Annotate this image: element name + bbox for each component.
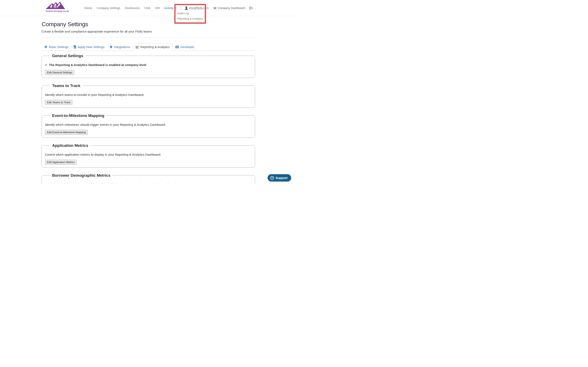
- nav-item-voa[interactable]: VOA: [142, 6, 153, 10]
- nav-item-voi[interactable]: VOI: [153, 6, 162, 10]
- tab-integrations[interactable]: Integrations: [107, 43, 133, 50]
- gear-icon: [44, 45, 47, 49]
- nav-menu: Home Company Settings Disclosures VOA VO…: [82, 0, 255, 16]
- nav-item-company-settings[interactable]: Company Settings: [94, 6, 122, 10]
- edit-application-metrics-button[interactable]: Edit Application Metrics: [45, 159, 77, 165]
- section-description: Control which application metrics to dis…: [45, 152, 252, 157]
- chevron-down-icon: [175, 8, 177, 8]
- section-event-to-milestone-mapping: Event-to-Milestone Mapping Identify whic…: [42, 116, 255, 138]
- section-title: Application Metrics: [50, 143, 90, 148]
- section-teams-to-track: Teams to Track Identify which teams to i…: [42, 86, 255, 108]
- edit-event-to-milestone-mapping-button[interactable]: Edit Event-to-Milestone Mapping: [45, 130, 88, 135]
- activity-dropdown-menu: Audit Log Reporting & Analytics: [175, 10, 204, 23]
- tab-label: Basic Settings: [49, 45, 68, 49]
- nav-item-logout[interactable]: [247, 7, 255, 9]
- section-title: Teams to Track: [50, 83, 82, 88]
- nav-item-home[interactable]: Home: [82, 6, 94, 10]
- tab-label: Developer: [180, 45, 194, 49]
- tab-apply-now-settings[interactable]: Apply Now Settings: [71, 43, 107, 50]
- mountain-logo-icon: [46, 6, 65, 10]
- tab-reporting-analytics[interactable]: Reporting & Analytics: [133, 43, 173, 51]
- section-borrower-demographic-metrics: Borrower Demographic Metrics Control whi…: [42, 175, 255, 184]
- brand-logo[interactable]: Boulder Mortgage Group: [46, 2, 65, 12]
- support-button[interactable]: ? Support: [268, 174, 291, 182]
- menu-item-audit-log[interactable]: Audit Log: [176, 11, 204, 16]
- page-title: Company Settings: [42, 21, 255, 28]
- nav-item-company-dashboard[interactable]: Company Dashboard: [211, 6, 247, 10]
- plug-icon: [110, 45, 113, 49]
- nav-divider: [181, 6, 181, 10]
- section-general-settings: General Settings ✔ The Reporting & Analy…: [42, 56, 255, 78]
- nav-item-user-account[interactable]: eric@floify.com: [183, 6, 211, 10]
- section-description: Identify which milestones should trigger…: [45, 123, 252, 127]
- menu-item-reporting-analytics[interactable]: Reporting & Analytics: [176, 16, 204, 21]
- user-email: eric@floify.com: [189, 6, 209, 10]
- section-title: Borrower Demographic Metrics: [50, 173, 113, 178]
- support-label: Support: [276, 176, 288, 180]
- section-description: Identify which teams to include in your …: [45, 92, 252, 97]
- check-icon: ✔: [45, 63, 48, 67]
- main-content: Company Settings Create a flexible and c…: [42, 16, 255, 184]
- tab-developer[interactable]: Developer: [173, 43, 197, 50]
- section-title: General Settings: [50, 53, 85, 58]
- section-description: Control which borrower demographic metri…: [45, 182, 252, 184]
- nav-item-activity-dropdown[interactable]: Activity: [162, 6, 179, 10]
- section-application-metrics: Application Metrics Control which applic…: [42, 145, 255, 168]
- tab-label: Integrations: [114, 45, 130, 49]
- question-circle-icon: ?: [270, 176, 274, 180]
- file-icon: [74, 45, 76, 49]
- sign-out-icon: [250, 7, 253, 9]
- page-subtitle: Create a flexible and compliance-appropr…: [42, 29, 255, 33]
- top-navbar: Boulder Mortgage Group Home Company Sett…: [0, 0, 294, 16]
- edit-teams-to-track-button[interactable]: Edit Teams to Track: [45, 100, 72, 105]
- section-title: Event-to-Milestone Mapping: [50, 113, 106, 118]
- shuffle-icon: [213, 7, 217, 9]
- chart-line-icon: [136, 45, 139, 49]
- activity-label: Activity: [164, 6, 173, 10]
- brand-name: Boulder Mortgage Group: [46, 10, 65, 12]
- edit-general-settings-button[interactable]: Edit General Settings: [45, 70, 74, 75]
- tab-basic-settings[interactable]: Basic Settings: [42, 43, 71, 50]
- nav-item-disclosures[interactable]: Disclosures: [122, 6, 142, 10]
- company-dashboard-label: Company Dashboard: [218, 6, 245, 10]
- tab-label: Reporting & Analytics: [140, 45, 170, 49]
- settings-tabs: Basic Settings Apply Now Settings: [42, 43, 255, 51]
- status-line: ✔ The Reporting & Analytics Dashboard is…: [45, 63, 252, 67]
- keyboard-icon: [175, 46, 179, 48]
- tab-label: Apply Now Settings: [78, 45, 105, 49]
- status-text: The Reporting & Analytics Dashboard is e…: [49, 63, 146, 67]
- user-secret-icon: [185, 6, 188, 10]
